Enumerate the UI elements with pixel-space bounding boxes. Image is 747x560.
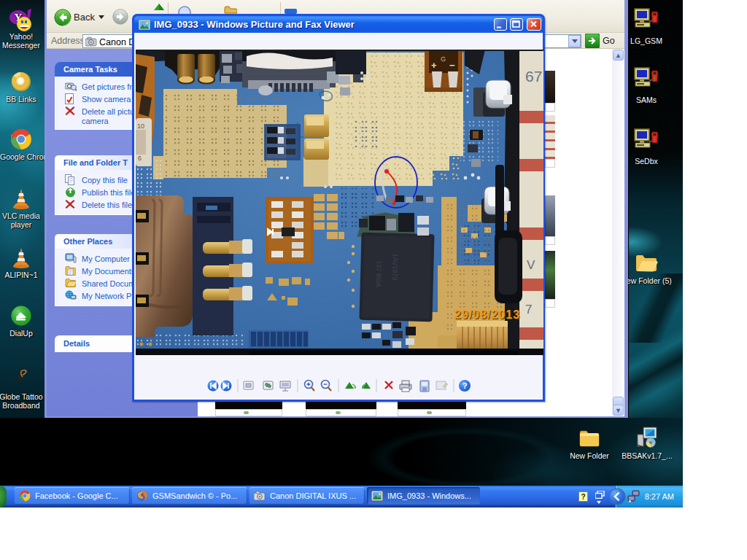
svg-text:+: + bbox=[431, 60, 437, 71]
svg-text:?: ? bbox=[462, 381, 468, 390]
svg-text:29/08/2013: 29/08/2013 bbox=[454, 308, 520, 321]
svg-text:137 BGA: 137 BGA bbox=[375, 260, 383, 287]
svg-text:67: 67 bbox=[525, 68, 542, 85]
svg-text:−: − bbox=[449, 60, 455, 71]
svg-text:1AV1973: 1AV1973 bbox=[391, 254, 399, 281]
svg-text:6: 6 bbox=[138, 155, 142, 162]
svg-text:10: 10 bbox=[137, 122, 144, 130]
svg-text:G: G bbox=[441, 55, 446, 63]
svg-text:V: V bbox=[527, 258, 535, 272]
svg-text:7: 7 bbox=[525, 303, 532, 316]
